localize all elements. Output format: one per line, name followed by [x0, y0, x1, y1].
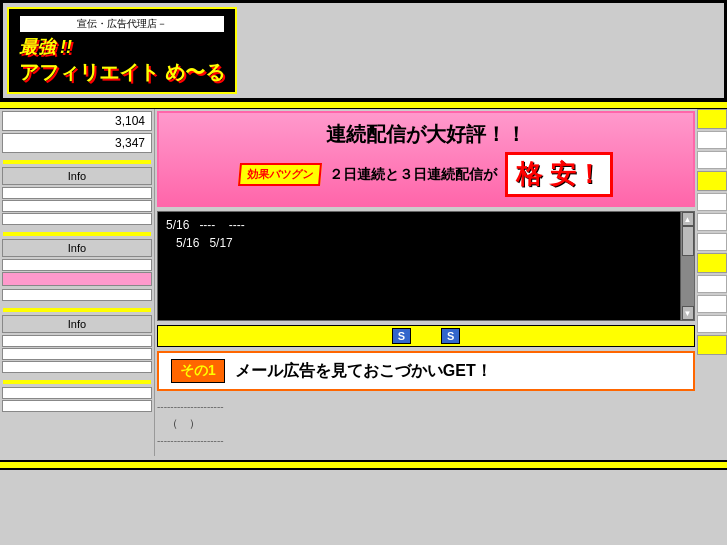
sidebar-white-2c: [2, 289, 152, 301]
sidebar-white-3a: [2, 335, 152, 347]
scrollbar-track: [682, 226, 694, 306]
rail-white-5: [697, 233, 727, 251]
rail-white-3: [697, 193, 727, 211]
banner-middle-text: ２日連続と３日連続配信が: [329, 166, 497, 184]
effect-badge: 効果バツグン: [238, 163, 322, 186]
sidebar-white-boxes-3: [2, 335, 152, 373]
scrollbar-down-button[interactable]: ▼: [682, 306, 694, 320]
banner-kakuyasu: 格 安！: [505, 152, 612, 197]
sidebar-white-1c: [2, 213, 152, 225]
right-rail: [697, 109, 727, 456]
rail-white-2: [697, 151, 727, 169]
sidebar-yellow-4: [2, 379, 152, 385]
sidebar-number-1: 3,104: [2, 111, 152, 131]
sidebar-bottom-2: [2, 400, 152, 412]
sidebar-yellow-1: [2, 159, 152, 165]
sidebar-white-1a: [2, 187, 152, 199]
rail-white-4: [697, 213, 727, 231]
sidebar-info-button-1[interactable]: Info: [2, 167, 152, 185]
sidebar-number-2: 3,347: [2, 133, 152, 153]
s-badge-1: S: [392, 328, 411, 344]
terminal-scrollbar[interactable]: ▲ ▼: [680, 212, 694, 320]
sidebar-yellow-3: [2, 307, 152, 313]
sono1-badge: その1: [171, 359, 225, 383]
terminal-area: 5/16 ---- ---- 5/16 5/17 ▲ ▼: [157, 211, 695, 321]
sidebar-info-button-2[interactable]: Info: [2, 239, 152, 257]
banner-bottom-row: 効果バツグン ２日連続と３日連続配信が 格 安！: [171, 152, 681, 197]
sidebar-bottom-whites: [2, 387, 152, 412]
promotion-banner: 連続配信が大好評！！ 効果バツグン ２日連続と３日連続配信が 格 安！: [157, 111, 695, 207]
sidebar-info-group-3: Info: [2, 315, 152, 373]
terminal-row-1: 5/16 ---- ----: [166, 218, 686, 232]
rail-white-7: [697, 295, 727, 313]
s-badge-2: S: [441, 328, 460, 344]
top-yellow-bar: [0, 101, 727, 109]
rail-yellow-2: [697, 171, 727, 191]
rail-white-6: [697, 275, 727, 293]
sidebar-white-2a: [2, 259, 152, 271]
scrollbar-thumb[interactable]: [682, 226, 694, 256]
sidebar-bottom-1: [2, 387, 152, 399]
terminal-date-2b: 5/17: [209, 236, 232, 250]
sidebar-info-group-2: Info: [2, 239, 152, 301]
dashed-line-2: --------------------: [157, 435, 695, 446]
bottom-yellow-bar: [0, 460, 727, 470]
terminal-dashes-2: ----: [229, 218, 245, 232]
sidebar-numbers-group: 3,104 3,347: [2, 111, 152, 153]
rail-white-1: [697, 131, 727, 149]
scrollbar-up-button[interactable]: ▲: [682, 212, 694, 226]
sidebar-yellow-2: [2, 231, 152, 237]
sidebar-white-1b: [2, 200, 152, 212]
sidebar-white-3c: [2, 361, 152, 373]
text-content-area: -------------------- （ ） ---------------…: [157, 397, 695, 454]
sidebar-bottom-group: [2, 387, 152, 412]
right-content: 連続配信が大好評！！ 効果バツグン ２日連続と３日連続配信が 格 安！ 5/16…: [155, 109, 697, 456]
sidebar-white-boxes-2: [2, 259, 152, 301]
rail-yellow-1: [697, 109, 727, 129]
left-sidebar: 3,104 3,347 Info Info Info: [0, 109, 155, 456]
sidebar-info-group-1: Info: [2, 167, 152, 225]
logo-main: アフィリエイト め〜る: [19, 59, 225, 86]
terminal-dashes-1: ----: [199, 218, 215, 232]
terminal-date-2a: 5/16: [176, 236, 199, 250]
banner-top-text: 連続配信が大好評！！: [171, 121, 681, 148]
terminal-date-1: 5/16: [166, 218, 189, 232]
terminal-row-2: 5/16 5/17: [166, 236, 686, 250]
bracket-text: （ ）: [157, 416, 695, 431]
rail-yellow-4: [697, 335, 727, 355]
rail-yellow-3: [697, 253, 727, 273]
sidebar-pink-1: [2, 272, 152, 286]
sidebar-white-3b: [2, 348, 152, 360]
sidebar-info-button-3[interactable]: Info: [2, 315, 152, 333]
sono1-banner[interactable]: その1 メール広告を見ておこづかいGET！: [157, 351, 695, 391]
s-bar: S S: [157, 325, 695, 347]
sono1-text: メール広告を見ておこづかいGET！: [235, 361, 492, 382]
logo-subtitle: 宣伝・広告代理店－: [19, 15, 225, 33]
logo-container: 宣伝・広告代理店－ 最強 !! アフィリエイト め〜る: [7, 7, 237, 94]
sidebar-white-boxes-1: [2, 187, 152, 225]
main-layout: 3,104 3,347 Info Info Info: [0, 109, 727, 456]
rail-white-8: [697, 315, 727, 333]
page-header: 宣伝・広告代理店－ 最強 !! アフィリエイト め〜る: [0, 0, 727, 101]
dashed-line-1: --------------------: [157, 401, 695, 412]
logo-top: 最強 !!: [19, 35, 225, 59]
